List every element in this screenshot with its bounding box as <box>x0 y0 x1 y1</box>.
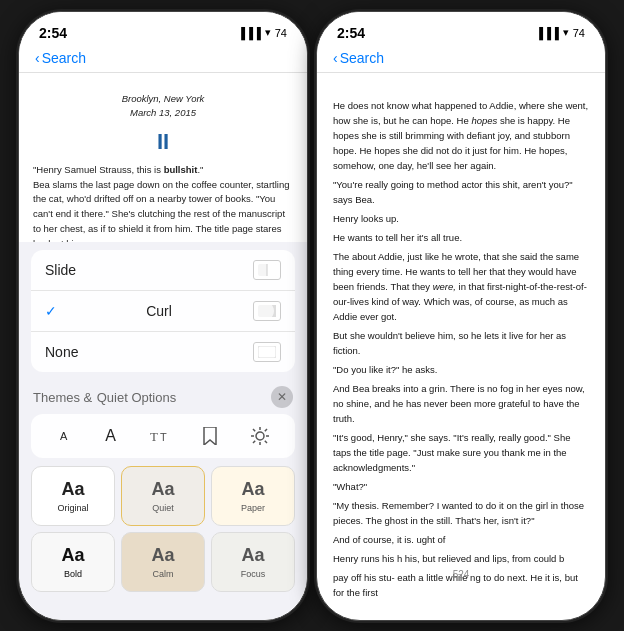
bookmark-button[interactable] <box>196 422 224 450</box>
slide-option-curl[interactable]: ✓ Curl <box>31 291 295 332</box>
theme-paper-name: Paper <box>241 503 265 513</box>
theme-bold-aa: Aa <box>61 545 84 566</box>
wifi-icon-right: ▾ <box>563 26 569 39</box>
back-button-right[interactable]: ‹ Search <box>333 50 384 66</box>
right-para-13: Henry runs his h his, but relieved and l… <box>333 551 589 566</box>
chevron-left-icon-right: ‹ <box>333 50 338 66</box>
themes-title: Themes & <box>33 390 92 405</box>
right-para-3: Henry looks up. <box>333 211 589 226</box>
right-para-12: And of course, it is. ught of <box>333 532 589 547</box>
none-label: None <box>45 344 78 360</box>
close-button[interactable]: ✕ <box>271 386 293 408</box>
slide-option-slide[interactable]: Slide <box>31 250 295 291</box>
font-increase-button[interactable]: A <box>97 423 124 449</box>
slide-option-none[interactable]: None <box>31 332 295 372</box>
right-para-5: The about Addie, just like he wrote, tha… <box>333 249 589 324</box>
battery-icon-right: 74 <box>573 27 585 39</box>
font-family-button[interactable]: TT <box>146 422 174 450</box>
signal-icon: ▐▐▐ <box>237 27 260 39</box>
slide-icon <box>253 260 281 280</box>
theme-paper-card[interactable]: Aa Paper <box>211 466 295 526</box>
time-left: 2:54 <box>39 25 67 41</box>
svg-point-7 <box>256 432 264 440</box>
theme-calm-card[interactable]: Aa Calm <box>121 532 205 592</box>
status-icons-left: ▐▐▐ ▾ 74 <box>237 26 287 39</box>
right-para-11: "My thesis. Remember? I wanted to do it … <box>333 498 589 528</box>
font-decrease-button[interactable]: A <box>52 426 75 446</box>
theme-original-card[interactable]: Aa Original <box>31 466 115 526</box>
status-icons-right: ▐▐▐ ▾ 74 <box>535 26 585 39</box>
theme-paper-aa: Aa <box>241 479 264 500</box>
theme-cards-grid: Aa Original Aa Quiet Aa Paper Aa Bold Aa <box>31 466 295 592</box>
quiet-options-label: Quiet Options <box>97 390 177 405</box>
right-para-10: "What?" <box>333 479 589 494</box>
left-phone: 2:54 ▐▐▐ ▾ 74 ‹ Search Brooklyn, New Yor… <box>18 11 308 621</box>
theme-bold-name: Bold <box>64 569 82 579</box>
theme-original-aa: Aa <box>61 479 84 500</box>
back-button-left[interactable]: ‹ Search <box>35 50 86 66</box>
svg-rect-1 <box>267 264 276 276</box>
book-content-right: He does not know what happened to Addie,… <box>317 92 605 600</box>
svg-rect-4 <box>258 346 276 358</box>
theme-calm-name: Calm <box>152 569 173 579</box>
svg-line-12 <box>253 429 255 431</box>
theme-calm-aa: Aa <box>151 545 174 566</box>
chapter-heading: II <box>33 125 293 159</box>
nav-bar-right: ‹ Search <box>317 48 605 73</box>
book-location: Brooklyn, New York March 13, 2015 <box>33 92 293 121</box>
theme-focus-card[interactable]: Aa Focus <box>211 532 295 592</box>
status-bar-left: 2:54 ▐▐▐ ▾ 74 <box>19 12 307 48</box>
theme-bold-card[interactable]: Aa Bold <box>31 532 115 592</box>
svg-text:T: T <box>160 431 167 443</box>
right-phone: 2:54 ▐▐▐ ▾ 74 ‹ Search He does not know … <box>316 11 606 621</box>
theme-quiet-aa: Aa <box>151 479 174 500</box>
right-para-9: "It's good, Henry," she says. "It's real… <box>333 430 589 475</box>
themes-header: Themes & Quiet Options ✕ <box>19 380 307 414</box>
svg-line-14 <box>265 429 267 431</box>
font-toolbar: A A TT <box>31 414 295 458</box>
time-right: 2:54 <box>337 25 365 41</box>
right-para-7: "Do you like it?" he asks. <box>333 362 589 377</box>
page-number: 524 <box>317 565 605 584</box>
themes-label-group: Themes & Quiet Options <box>33 388 176 406</box>
slide-label: Slide <box>45 262 76 278</box>
chevron-left-icon: ‹ <box>35 50 40 66</box>
book-para-1: "Henry Samuel Strauss, this is bullshit.… <box>33 163 293 178</box>
wifi-icon: ▾ <box>265 26 271 39</box>
none-icon <box>253 342 281 362</box>
theme-quiet-card[interactable]: Aa Quiet <box>121 466 205 526</box>
curl-icon <box>253 301 281 321</box>
theme-quiet-name: Quiet <box>152 503 174 513</box>
right-para-4: He wants to tell her it's all true. <box>333 230 589 245</box>
slide-options-menu: Slide ✓ Curl None <box>31 250 295 372</box>
checkmark-icon: ✓ <box>45 303 57 319</box>
signal-icon-right: ▐▐▐ <box>535 27 558 39</box>
theme-original-name: Original <box>57 503 88 513</box>
svg-line-15 <box>253 440 255 442</box>
curl-label: Curl <box>146 303 172 319</box>
phones-container: 2:54 ▐▐▐ ▾ 74 ‹ Search Brooklyn, New Yor… <box>18 11 606 621</box>
book-text-right: He does not know what happened to Addie,… <box>317 92 605 600</box>
svg-line-13 <box>265 440 267 442</box>
brightness-button[interactable] <box>246 422 274 450</box>
right-para-1: He does not know what happened to Addie,… <box>333 98 589 173</box>
theme-focus-name: Focus <box>241 569 266 579</box>
right-para-8: And Bea breaks into a grin. There is no … <box>333 381 589 426</box>
svg-text:T: T <box>150 429 158 444</box>
status-bar-right: 2:54 ▐▐▐ ▾ 74 <box>317 12 605 48</box>
theme-focus-aa: Aa <box>241 545 264 566</box>
right-para-6: But she wouldn't believe him, so he lets… <box>333 328 589 358</box>
book-para-2: Bea slams the last page down on the coff… <box>33 178 293 252</box>
battery-icon: 74 <box>275 27 287 39</box>
nav-bar-left: ‹ Search <box>19 48 307 73</box>
bottom-panel: Slide ✓ Curl None <box>19 242 307 620</box>
right-para-2: "You're really going to method actor thi… <box>333 177 589 207</box>
